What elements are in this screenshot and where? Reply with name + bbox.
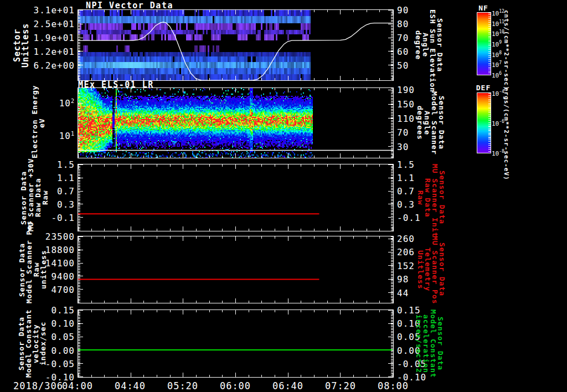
npi-plot-area [78, 9, 394, 81]
nf-colorbar-tick-label: 1012 [492, 9, 504, 17]
x-axis-time-label: 05:20 [161, 380, 205, 391]
npi-left-tick-label: 1.9e+01 [0, 33, 75, 43]
mu-scanner-30v-axis-label-line: Raw [42, 164, 49, 231]
nf-colorbar [477, 12, 491, 75]
nf-colorbar-ticks [488, 13, 491, 75]
def-colorbar-tick-label: 10-4 [492, 89, 504, 97]
els-axis-label-line: Sensor Data [438, 87, 445, 158]
mu-scanner-30v-left-axis-label: Sensor DataMU Scanner +30VRaw DataRaw [20, 164, 49, 231]
els-axis-label-line: eV [38, 87, 45, 158]
mu-scanner-30v-axis-label-line: Raw [417, 164, 424, 231]
els-right-axis-label: Sensor DataModel ScannerAngledegrees [416, 87, 445, 158]
model-scanner-pos-left-axis-label: Sensor DataModel Scanner PosRawunitless [18, 236, 47, 303]
nf-colorbar-tick-label: 109 [492, 40, 502, 48]
def-colorbar [477, 92, 491, 153]
npi-right-axis-label: Sensor DataESH Sun ElevationAngledegree [415, 9, 444, 81]
nf-colorbar-tick-label: 108 [492, 50, 502, 59]
mu-scanner-30v-axis-label-line: Sensor Data [439, 164, 446, 231]
npi-axis-label-line: Sensor Data [436, 9, 444, 81]
nf-colorbar-tick-label: 1010 [492, 29, 504, 38]
els-spectrogram-canvas [78, 88, 393, 158]
npi-spectrogram-canvas [78, 10, 393, 80]
def-colorbar-title: DEF [475, 84, 492, 92]
model-scanner-pos-right-axis-label: Sensor DataMU Scanner PosTelemetryUnitle… [417, 236, 446, 303]
nf-colorbar-tick-label: 106 [492, 71, 502, 79]
x-axis-time-label: 06:00 [213, 380, 257, 391]
model-scanner-pos-axis-label-line: MU Scanner Pos [431, 236, 439, 303]
model-constant-axis-label-line: index/sec [39, 310, 47, 378]
x-axis-time-label: 06:40 [266, 380, 310, 391]
def-colorbar-ticks [488, 93, 491, 153]
model-constant-line-canvas [78, 310, 393, 377]
model-constant-axis-label-line: incex/sec**2 [415, 310, 422, 378]
def-colorbar-tick-label: 10-6 [492, 119, 504, 127]
els-plot-area [78, 87, 394, 158]
els-axis-label-line: Model Scanner [431, 87, 438, 158]
npi-axis-label-line: Unitless [22, 9, 30, 81]
npi-left-tick-label: 1.2e+01 [0, 47, 75, 57]
model-scanner-pos-line-canvas [78, 236, 393, 303]
x-axis-time-label: 07:20 [318, 380, 363, 391]
npi-left-tick-label: 6.2e+00 [0, 60, 75, 71]
npi-axis-label-line: ESH Sun Elevation [429, 9, 436, 81]
npi-left-axis-label: SectorUnitless [13, 9, 30, 81]
x-axis-time-label: 08:00 [371, 380, 415, 391]
model-constant-axis-label-line: acceleration [422, 310, 430, 378]
model-constant-axis-label-line: Sensor Data [437, 310, 444, 378]
model-scanner-pos-axis-label-line: unitless [40, 236, 47, 303]
npi-left-tick-label: 2.5e+01 [0, 19, 75, 29]
npi-left-tick-label: 3.1e+01 [0, 5, 75, 16]
model-constant-right-axis-label: Sensor DataModel Constantaccelerationinc… [415, 310, 444, 378]
model-constant-left-axis-label: Sensor DataModel Constantvelocityindex/s… [18, 310, 47, 378]
mu-scanner-30v-plot-area [78, 164, 394, 231]
model-scanner-pos-plot-area [78, 236, 394, 303]
model-scanner-pos-axis-label-line: Sensor Data [439, 236, 446, 303]
mu-scanner-30v-line-canvas [78, 164, 393, 231]
npi-axis-label-line: degree [415, 9, 422, 81]
def-colorbar-tick-label: 10-8 [492, 149, 504, 157]
els-axis-label-line: degrees [416, 87, 424, 158]
nf-colorbar-title: NF [475, 4, 492, 12]
mu-scanner-30v-axis-label-line: MU Scanner Init [431, 164, 439, 231]
mu-scanner-30v-right-axis-label: Sensor DataMU Scanner InitRaw DataRaw [417, 164, 446, 231]
model-constant-plot-area [78, 310, 394, 378]
els-left-axis-label: Electron EnergyeV [31, 87, 45, 158]
model-scanner-pos-axis-label-line: Unitless [417, 236, 424, 303]
x-axis-time-label: 04:40 [108, 380, 152, 391]
model-constant-axis-label-line: Model Constant [430, 310, 437, 378]
x-axis-time-label: 04:00 [55, 380, 100, 391]
nf-colorbar-tick-label: 1011 [492, 19, 504, 28]
plot-page: NPI Vector Data MEx ELS-01 LR NF cnts/(c… [0, 0, 567, 392]
nf-colorbar-tick-label: 107 [492, 60, 502, 69]
